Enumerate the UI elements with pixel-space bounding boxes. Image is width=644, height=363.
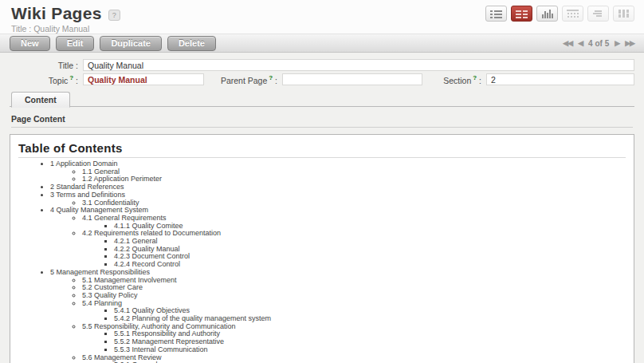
toc-item: 5.6 Management Review xyxy=(82,354,626,362)
title-field[interactable] xyxy=(83,59,634,71)
pager-label: 4 of 5 xyxy=(588,39,609,48)
parent-page-help-icon: ? xyxy=(269,74,273,81)
pager-last-button[interactable]: ▶▶ xyxy=(625,39,634,47)
wiki-pages-screen: Wiki Pages ? Title : Quality Manual NewE… xyxy=(0,0,644,363)
pager: ◀◀ ◀ 4 of 5 ▶ ▶▶ xyxy=(563,39,634,48)
toc-item: 4.2.4 Record Control xyxy=(114,261,626,269)
record-subtitle: Title : Quality Manual xyxy=(11,24,634,34)
toc-item: 5.5.3 Internal Communication xyxy=(114,346,626,354)
calendar-view-icon xyxy=(562,6,583,22)
toc-item: 5.3 Quality Policy xyxy=(82,292,626,300)
pager-first-button[interactable]: ◀◀ xyxy=(563,39,572,47)
edit-button[interactable]: Edit xyxy=(56,36,95,51)
header: Wiki Pages ? Title : Quality Manual xyxy=(0,0,644,34)
gantt-view-icon xyxy=(587,6,609,22)
toc-item: 1.2 Application Perimeter xyxy=(82,176,626,183)
new-button[interactable]: New xyxy=(10,36,50,51)
section-field[interactable] xyxy=(486,73,634,85)
delete-button[interactable]: Delete xyxy=(167,36,216,51)
topic-field[interactable] xyxy=(83,73,204,85)
title-field-row: Title : xyxy=(10,59,634,71)
view-switcher xyxy=(485,6,634,22)
form-view-icon[interactable] xyxy=(511,6,532,22)
topic-field-label: Topic? : xyxy=(10,74,83,85)
tab-strip: Content xyxy=(10,91,634,107)
toc-item: 4.2 Requirements related to Documentatio… xyxy=(82,230,626,238)
toc-item: 4.2.3 Document Control xyxy=(114,253,626,261)
title-field-label: Title : xyxy=(10,61,83,70)
toc-item: 4.2.1 General xyxy=(114,238,626,246)
page-title: Wiki Pages xyxy=(11,4,102,23)
toc-item: 3.1 Confidentiality xyxy=(82,199,626,207)
toc-item: 1 Application Domain xyxy=(50,160,626,168)
tab-content[interactable]: Content xyxy=(11,92,70,108)
form-area: Title : Topic? : Parent Page? : Section?… xyxy=(0,53,644,363)
table-of-contents: 1 Application Domain1.1 General1.2 Appli… xyxy=(18,160,626,363)
pager-next-button[interactable]: ▶ xyxy=(615,39,619,47)
section-help-icon: ? xyxy=(473,74,477,81)
parent-page-field[interactable] xyxy=(282,73,422,85)
page-content-box: Table of Contents 1 Application Domain1.… xyxy=(10,134,634,363)
toc-item: 4.2.2 Quality Manual xyxy=(114,246,626,254)
pager-prev-button[interactable]: ◀ xyxy=(578,39,583,47)
toc-item: 5.1 Management Involvement xyxy=(82,277,626,285)
toc-item: 5.2 Customer Care xyxy=(82,284,626,292)
toolbar-buttons: NewEditDuplicateDelete xyxy=(10,36,216,51)
kanban-view-icon xyxy=(613,6,634,22)
toolbar: NewEditDuplicateDelete ◀◀ ◀ 4 of 5 ▶ ▶▶ xyxy=(0,34,644,53)
toc-heading: Table of Contents xyxy=(18,141,626,158)
parent-page-field-label: Parent Page? : xyxy=(204,74,282,85)
topic-help-icon: ? xyxy=(69,74,73,81)
duplicate-button[interactable]: Duplicate xyxy=(100,36,162,51)
graph-view-icon[interactable] xyxy=(536,6,558,22)
section-field-label: Section? : xyxy=(422,74,486,85)
toc-item: 1.1 General xyxy=(82,168,626,176)
second-field-row: Topic? : Parent Page? : Section? : xyxy=(10,73,634,85)
help-icon[interactable]: ? xyxy=(108,10,120,21)
toc-item: 2 Standard References xyxy=(50,183,626,191)
list-view-icon[interactable] xyxy=(485,6,507,22)
page-content-label: Page Content xyxy=(11,114,633,128)
